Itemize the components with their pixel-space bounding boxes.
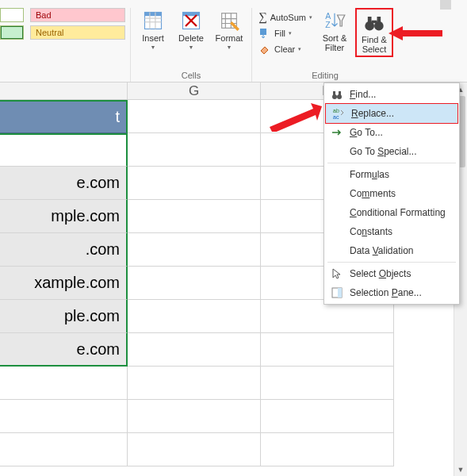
cell[interactable] (128, 167, 261, 200)
menu-goto[interactable]: Go To...Go To... (324, 123, 459, 142)
cell[interactable] (128, 233, 261, 267)
menu-find[interactable]: FFind...ind... (324, 85, 459, 104)
cell[interactable] (0, 367, 128, 400)
svg-text:ac: ac (333, 114, 339, 120)
style-preview-normal[interactable] (0, 8, 24, 22)
editing-group: ∑ AutoSum ▾ Fill ▾ Clear ▾ AZ Sort & Fil… (252, 8, 398, 82)
scroll-down-icon[interactable]: ▼ (454, 463, 467, 476)
annotation-arrow-replace (263, 103, 325, 132)
dropdown-caret-icon: ▾ (298, 46, 301, 52)
cell[interactable] (261, 367, 394, 400)
insert-icon (142, 10, 164, 32)
col-header-g[interactable]: G (128, 83, 261, 99)
clear-button[interactable]: Clear ▾ (257, 42, 314, 56)
fill-label: Fill (274, 29, 285, 38)
svg-rect-22 (339, 91, 341, 95)
svg-rect-1 (145, 13, 162, 17)
menu-constants[interactable]: ConstantsConstants (324, 222, 459, 241)
blank-icon (331, 187, 343, 200)
cell[interactable] (128, 367, 261, 400)
dropdown-caret-icon: ▼ (227, 44, 232, 50)
blank-icon (331, 244, 343, 257)
svg-rect-3 (145, 21, 162, 22)
delete-button[interactable]: Delete ▼ (174, 8, 209, 52)
annotation-arrow-top (389, 24, 444, 48)
blank-icon (331, 168, 343, 181)
cell-header[interactable]: t (0, 100, 128, 133)
delete-label: Delete (178, 33, 204, 43)
cell[interactable]: e.com (0, 167, 128, 200)
insert-label: Insert (142, 33, 164, 43)
svg-marker-27 (389, 26, 442, 40)
insert-button[interactable]: Insert ▼ (136, 8, 170, 52)
menu-data-validation[interactable]: Data ValidationData Validation (324, 241, 459, 260)
style-bad[interactable]: Bad (30, 8, 125, 22)
sigma-icon: ∑ (258, 10, 267, 24)
cell[interactable]: xample.com (0, 267, 128, 300)
find-select-button[interactable]: Find & Select (357, 10, 392, 56)
sort-filter-button[interactable]: AZ Sort & Filter (317, 8, 352, 54)
menu-goto-label: Go To...Go To... (350, 127, 383, 138)
cell[interactable]: mple.com (0, 200, 128, 233)
cell[interactable] (261, 300, 394, 333)
cell[interactable] (261, 333, 394, 367)
cell[interactable] (0, 400, 128, 433)
find-select-highlight: Find & Select (355, 8, 393, 57)
sort-filter-icon: AZ (323, 10, 346, 32)
find-select-menu: FFind...ind... abac Replace...Replace...… (323, 83, 460, 305)
cell[interactable]: e.com (0, 333, 128, 367)
cell[interactable] (128, 333, 261, 367)
menu-separator (327, 262, 456, 263)
autosum-button[interactable]: ∑ AutoSum ▾ (257, 10, 314, 25)
account-icon[interactable] (440, 0, 451, 10)
cell[interactable] (128, 300, 261, 333)
menu-gotospecial[interactable]: Go To Special...Go To Special... (324, 142, 459, 161)
cell[interactable] (261, 433, 394, 466)
svg-rect-11 (260, 29, 266, 35)
cells-group: Insert ▼ Delete ▼ Format ▼ Cells (131, 8, 252, 82)
blank-icon (331, 225, 343, 238)
blank-icon (331, 206, 343, 219)
style-preview-good[interactable] (0, 25, 24, 40)
replace-icon: abac (332, 107, 345, 120)
cell[interactable] (0, 433, 128, 466)
cell[interactable] (128, 433, 261, 466)
svg-rect-5 (155, 13, 155, 29)
dropdown-caret-icon: ▼ (189, 44, 194, 50)
cell[interactable]: .com (0, 233, 128, 267)
fill-button[interactable]: Fill ▾ (257, 26, 314, 40)
sort-filter-label: Sort & Filter (323, 33, 347, 52)
dropdown-caret-icon: ▾ (289, 30, 292, 36)
svg-rect-16 (368, 17, 372, 23)
menu-comments[interactable]: CommentsComments (324, 184, 459, 203)
menu-select-objects[interactable]: Select ObjectsSelect Objects (324, 264, 459, 283)
cell[interactable]: ple.com (0, 300, 128, 333)
menu-formulas-label: FormulasFormulas (350, 169, 389, 180)
cell[interactable] (128, 400, 261, 433)
style-neutral[interactable]: Neutral (30, 25, 125, 40)
col-header-partial[interactable] (0, 83, 128, 99)
cell[interactable] (261, 400, 394, 433)
menu-replace[interactable]: abac Replace...Replace... (325, 103, 458, 124)
cell[interactable] (128, 267, 261, 300)
pane-icon (331, 286, 343, 299)
menu-separator (327, 163, 456, 163)
find-select-label: Find & Select (362, 35, 387, 54)
menu-constants-label: ConstantsConstants (350, 226, 392, 237)
cell[interactable] (0, 133, 128, 167)
format-button[interactable]: Format ▼ (212, 8, 247, 52)
menu-conditional-formatting[interactable]: Conditional FormattingConditional Format… (324, 203, 459, 222)
cell[interactable] (128, 133, 261, 167)
menu-selection-pane[interactable]: Selection Pane...Selection Pane... (324, 283, 459, 302)
svg-rect-18 (371, 21, 377, 24)
dropdown-caret-icon: ▼ (151, 44, 156, 50)
binoculars-small-icon (331, 88, 343, 101)
menu-selobj-label: Select ObjectsSelect Objects (350, 268, 411, 279)
cell[interactable] (128, 100, 261, 133)
delete-icon (180, 10, 202, 32)
menu-formulas[interactable]: FormulasFormulas (324, 165, 459, 184)
cell[interactable] (128, 200, 261, 233)
format-icon (218, 10, 240, 32)
menu-selpane-label: Selection Pane...Selection Pane... (350, 287, 422, 298)
cursor-icon (331, 267, 343, 280)
